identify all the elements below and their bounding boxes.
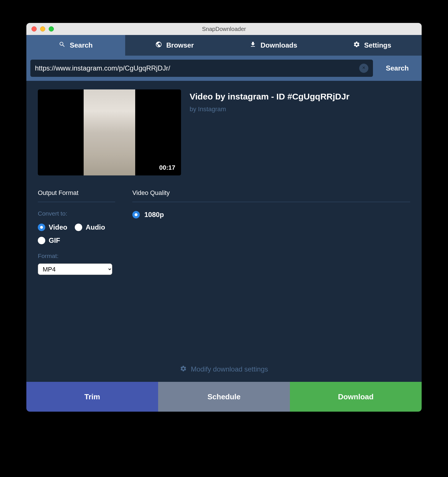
convert-radio-group: Video Audio GIF [38, 223, 115, 245]
tab-label: Search [70, 41, 93, 49]
download-button[interactable]: Download [290, 382, 422, 412]
action-buttons: Trim Schedule Download [26, 382, 422, 412]
radio-label: 1080p [144, 211, 164, 219]
video-duration: 00:17 [159, 164, 175, 171]
options-row: Output Format Convert to: Video Audio GI… [38, 189, 410, 275]
modify-label: Modify download settings [191, 365, 268, 373]
tab-browser[interactable]: Browser [125, 35, 224, 56]
video-meta: Video by instagram - ID #CgUgqRRjDJr by … [190, 89, 410, 175]
tab-search[interactable]: Search [26, 35, 125, 56]
thumbnail-image [84, 89, 135, 175]
download-icon [249, 41, 256, 50]
video-thumbnail[interactable]: 00:17 [38, 89, 181, 175]
close-icon [362, 66, 366, 71]
gear-icon [353, 41, 360, 50]
video-title: Video by instagram - ID #CgUgqRRjDJr [190, 92, 410, 101]
main-tabs: Search Browser Downloads Settings [26, 35, 422, 56]
trim-button[interactable]: Trim [26, 382, 158, 412]
clear-input-button[interactable] [359, 64, 368, 73]
tab-label: Settings [364, 41, 391, 49]
search-input-wrap [30, 60, 373, 77]
search-button[interactable]: Search [373, 60, 422, 77]
globe-icon [155, 41, 162, 50]
radio-video[interactable]: Video [38, 223, 67, 231]
section-title: Output Format [38, 189, 115, 202]
search-button-label: Search [386, 64, 409, 72]
radio-audio[interactable]: Audio [75, 223, 105, 231]
button-label: Download [338, 392, 374, 401]
radio-label: GIF [49, 236, 60, 245]
format-label: Format: [38, 253, 115, 259]
button-label: Trim [85, 392, 100, 401]
modify-download-settings[interactable]: Modify download settings [38, 358, 410, 382]
url-input[interactable] [35, 64, 359, 72]
button-label: Schedule [207, 392, 241, 401]
video-quality-section: Video Quality 1080p [132, 189, 410, 275]
radio-1080p[interactable]: 1080p [132, 211, 410, 219]
window-title: SnapDownloader [26, 26, 422, 32]
app-window: SnapDownloader Search Browser Downloads … [26, 23, 422, 412]
content-area: 00:17 Video by instagram - ID #CgUgqRRjD… [26, 81, 422, 382]
tab-label: Downloads [260, 41, 297, 49]
tab-downloads[interactable]: Downloads [224, 35, 323, 56]
video-header: 00:17 Video by instagram - ID #CgUgqRRjD… [38, 89, 410, 175]
tab-label: Browser [166, 41, 194, 49]
output-format-section: Output Format Convert to: Video Audio GI… [38, 189, 115, 275]
searchbar: Search [26, 56, 422, 81]
titlebar: SnapDownloader [26, 23, 422, 35]
gear-icon [180, 365, 187, 373]
radio-icon [132, 211, 140, 218]
radio-gif[interactable]: GIF [38, 236, 60, 245]
convert-label: Convert to: [38, 210, 115, 217]
tab-settings[interactable]: Settings [323, 35, 422, 56]
search-icon [59, 41, 66, 50]
radio-label: Video [49, 223, 67, 231]
radio-label: Audio [86, 223, 105, 231]
format-select[interactable]: MP4 [38, 263, 112, 275]
video-author: by Instagram [190, 105, 410, 113]
schedule-button[interactable]: Schedule [158, 382, 290, 412]
section-title: Video Quality [132, 189, 410, 202]
radio-icon [75, 224, 82, 231]
radio-icon [38, 237, 45, 244]
radio-icon [38, 224, 45, 231]
